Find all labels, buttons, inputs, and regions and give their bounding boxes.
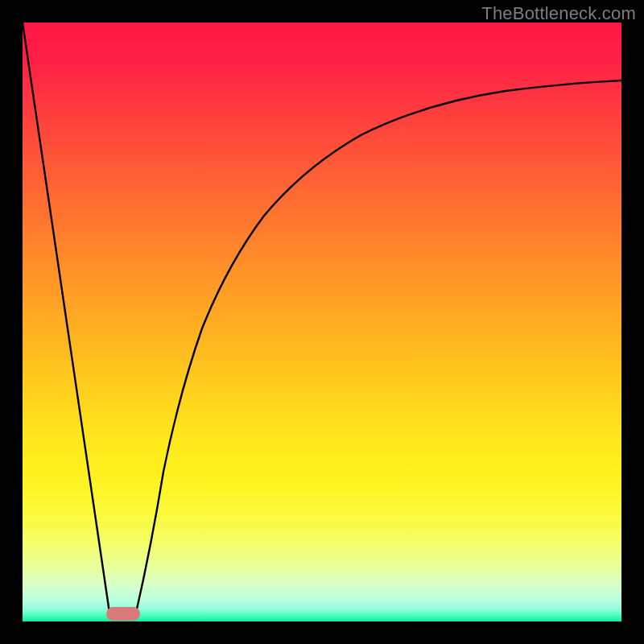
optimal-zone-marker	[106, 607, 140, 621]
watermark-text: TheBottleneck.com	[481, 3, 636, 24]
curve-left-branch	[23, 23, 109, 613]
chart-svg	[23, 23, 621, 621]
plot-area	[23, 23, 621, 621]
curve-right-branch	[136, 80, 621, 613]
chart-frame: TheBottleneck.com	[0, 0, 644, 644]
